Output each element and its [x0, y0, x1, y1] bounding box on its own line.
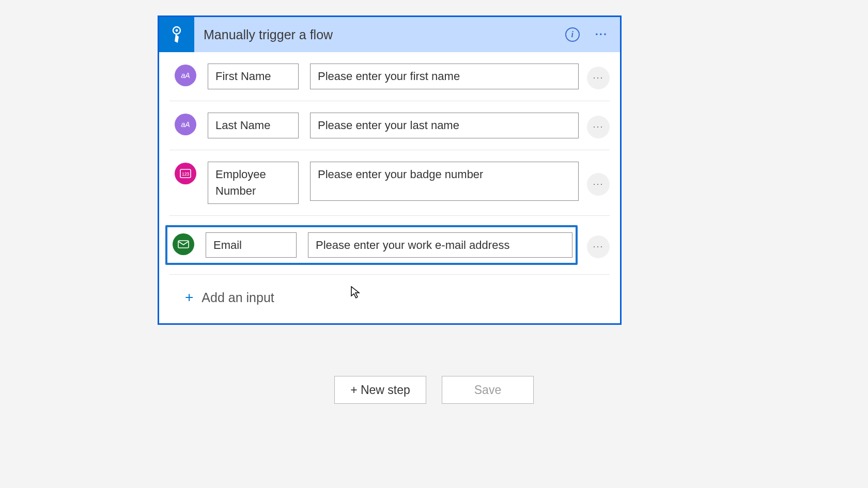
plus-icon: + [185, 289, 193, 306]
param-description-input[interactable]: Please enter your work e-mail address [308, 232, 572, 258]
footer-buttons: + New step Save [0, 376, 868, 404]
param-more-icon[interactable]: ··· [587, 67, 610, 89]
email-type-icon [173, 233, 194, 255]
param-main: aA Last Name Please enter your last name [169, 111, 582, 140]
text-type-icon: aA [175, 114, 196, 135]
param-description-input[interactable]: Please enter your first name [310, 64, 579, 89]
param-main: 123 Employee Number Please enter your ba… [169, 160, 582, 206]
svg-rect-4 [178, 241, 189, 248]
info-icon[interactable]: i [565, 27, 580, 42]
parameters-list: aA First Name Please enter your first na… [159, 52, 620, 323]
card-title: Manually trigger a flow [194, 27, 565, 42]
header-actions: i ··· [565, 27, 620, 42]
add-input-label: Add an input [202, 290, 274, 305]
param-main-selected: Email Please enter your work e-mail addr… [165, 225, 578, 265]
svg-text:123: 123 [182, 171, 189, 176]
param-description-input[interactable]: Please enter your last name [310, 113, 579, 138]
param-name-input[interactable]: Last Name [208, 113, 299, 138]
param-more-icon[interactable]: ··· [587, 116, 610, 138]
card-more-icon[interactable]: ··· [595, 28, 608, 41]
save-button[interactable]: Save [442, 376, 534, 404]
param-more-icon[interactable]: ··· [587, 235, 610, 258]
param-name-input[interactable]: First Name [208, 64, 299, 89]
number-type-icon: 123 [175, 163, 196, 184]
param-row-employee-number: 123 Employee Number Please enter your ba… [169, 150, 610, 216]
text-type-icon: aA [175, 65, 196, 86]
param-row-last-name: aA Last Name Please enter your last name… [169, 101, 610, 150]
svg-point-1 [176, 29, 178, 32]
card-header: Manually trigger a flow i ··· [159, 17, 620, 52]
add-input-button[interactable]: + Add an input [169, 274, 610, 323]
param-row-first-name: aA First Name Please enter your first na… [169, 52, 610, 101]
param-main: aA First Name Please enter your first na… [169, 61, 582, 91]
new-step-button[interactable]: + New step [334, 376, 426, 404]
trigger-card: Manually trigger a flow i ··· aA First N… [158, 15, 622, 325]
param-more-icon[interactable]: ··· [587, 173, 610, 196]
param-name-input[interactable]: Employee Number [208, 162, 299, 204]
param-row-email: Email Please enter your work e-mail addr… [169, 216, 610, 275]
param-name-input[interactable]: Email [206, 232, 297, 258]
trigger-icon [159, 17, 194, 52]
param-description-input[interactable]: Please enter your badge number [310, 162, 579, 201]
